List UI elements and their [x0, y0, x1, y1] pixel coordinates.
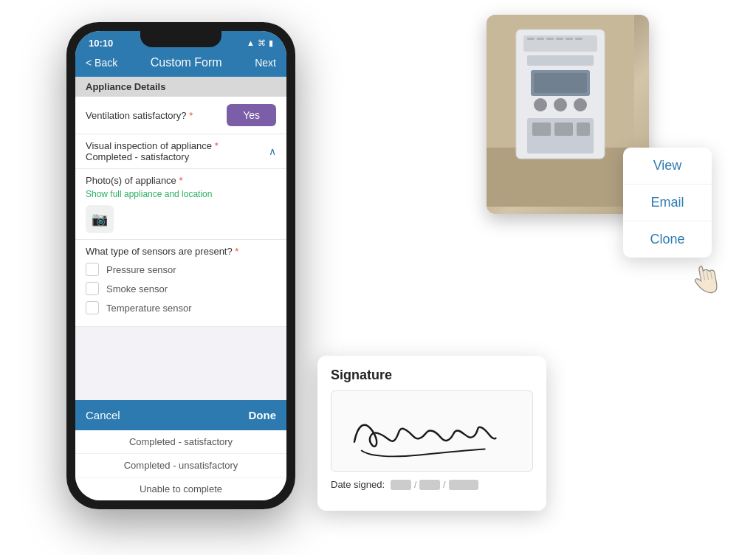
action-bar: Cancel Done — [75, 400, 286, 430]
svg-rect-10 — [527, 55, 594, 66]
date-placeholder: / / — [391, 480, 478, 490]
visual-inspection-value: Completed - satisfactory — [86, 151, 219, 162]
smoke-sensor-checkbox[interactable] — [86, 282, 99, 295]
context-view[interactable]: View — [623, 148, 712, 185]
svg-rect-6 — [546, 38, 554, 40]
next-button[interactable]: Next — [255, 57, 276, 69]
boiler-svg — [487, 15, 634, 207]
svg-rect-4 — [527, 38, 535, 40]
pressure-sensor-row: Pressure sensor — [86, 263, 276, 276]
signal-icon: ▲ — [247, 38, 255, 47]
camera-icon: 📷 — [92, 211, 108, 227]
signature-area[interactable] — [331, 390, 533, 472]
dropdown-options-panel: Completed - satisfactory Completed - uns… — [75, 430, 286, 500]
date-day — [391, 480, 411, 490]
svg-point-13 — [534, 98, 547, 111]
ventilation-row: Ventilation satisfactory? * Yes — [75, 97, 286, 134]
signature-date: Date signed: / / — [331, 479, 533, 490]
pressure-sensor-label: Pressure sensor — [106, 264, 176, 275]
svg-rect-12 — [534, 73, 587, 93]
cancel-button[interactable]: Cancel — [86, 409, 120, 421]
battery-icon: ▮ — [269, 38, 273, 48]
visual-inspection-label: Visual inspection of appliance * — [86, 140, 219, 151]
option-unable-to-complete[interactable]: Unable to complete — [75, 478, 286, 500]
svg-rect-8 — [566, 38, 573, 40]
sensors-section: What type of sensors are present? * Pres… — [75, 240, 286, 327]
svg-rect-5 — [537, 38, 544, 40]
status-time: 10:10 — [89, 38, 113, 49]
back-button[interactable]: < Back — [86, 57, 117, 69]
signature-svg — [331, 391, 532, 471]
date-year — [449, 480, 478, 490]
date-month — [419, 480, 440, 490]
yes-button[interactable]: Yes — [227, 104, 276, 126]
svg-point-15 — [574, 98, 587, 111]
done-button[interactable]: Done — [249, 409, 277, 421]
nav-bar: < Back Custom Form Next — [75, 52, 286, 77]
required-star: * — [189, 110, 193, 121]
smoke-sensor-row: Smoke sensor — [86, 282, 276, 295]
phone-notch — [140, 31, 221, 47]
status-icons: ▲ ⌘ ▮ — [247, 38, 273, 48]
phone-device: 10:10 ▲ ⌘ ▮ < Back Custom Form Next Appl… — [66, 22, 295, 509]
photos-label: Photo(s) of appliance * — [86, 175, 276, 186]
context-email[interactable]: Email — [623, 185, 712, 221]
temperature-sensor-checkbox[interactable] — [86, 301, 99, 314]
phone-screen: 10:10 ▲ ⌘ ▮ < Back Custom Form Next Appl… — [75, 31, 286, 500]
svg-rect-9 — [575, 38, 583, 40]
wifi-icon: ⌘ — [258, 38, 266, 48]
visual-inspection-row[interactable]: Visual inspection of appliance * Complet… — [75, 134, 286, 169]
context-menu: View Email Clone — [623, 148, 712, 258]
signature-card: Signature Date signed: / / — [317, 356, 546, 511]
pressure-sensor-checkbox[interactable] — [86, 263, 99, 276]
option-completed-unsatisfactory[interactable]: Completed - unsatisfactory — [75, 454, 286, 478]
temperature-sensor-row: Temperature sensor — [86, 301, 276, 314]
option-completed-satisfactory[interactable]: Completed - satisfactory — [75, 430, 286, 454]
context-clone[interactable]: Clone — [623, 221, 712, 258]
signature-title: Signature — [331, 368, 533, 383]
hand-cursor-icon — [688, 262, 721, 303]
svg-rect-18 — [554, 123, 573, 136]
chevron-up-icon: ∧ — [269, 145, 276, 157]
photos-hint: Show full appliance and location — [86, 189, 276, 199]
date-label: Date signed: — [331, 479, 385, 490]
section-header: Appliance Details — [75, 77, 286, 97]
smoke-sensor-label: Smoke sensor — [106, 283, 168, 294]
svg-point-14 — [554, 98, 567, 111]
svg-rect-19 — [577, 123, 590, 136]
svg-rect-7 — [556, 38, 563, 40]
ventilation-label: Ventilation satisfactory? * — [86, 110, 193, 121]
nav-title: Custom Form — [151, 56, 222, 69]
photos-section: Photo(s) of appliance * Show full applia… — [75, 169, 286, 240]
camera-button[interactable]: 📷 — [86, 205, 114, 233]
temperature-sensor-label: Temperature sensor — [106, 303, 192, 314]
sensors-label: What type of sensors are present? * — [86, 246, 276, 257]
form-content: Appliance Details Ventilation satisfacto… — [75, 77, 286, 400]
svg-rect-17 — [532, 123, 551, 136]
